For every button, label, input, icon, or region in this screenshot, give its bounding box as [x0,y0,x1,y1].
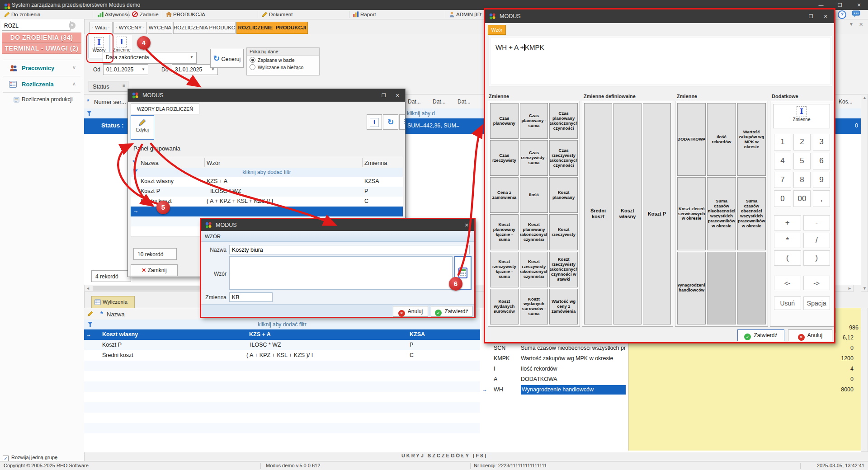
keypad-digit-button[interactable]: , [813,190,830,207]
select-mode-button[interactable]: I [367,114,382,130]
column-header-zmienna[interactable]: Zmienna [364,160,387,166]
table-row[interactable]: → Koszt własny KZS + A KZSA [84,329,480,340]
keypad-digit-button[interactable]: 4 [774,153,791,169]
zatwierdz-button[interactable]: ✓Zatwierdź [737,329,784,341]
menu-raport[interactable]: Raport [353,11,376,18]
keypad-digit-button[interactable]: 3 [813,134,830,150]
keypad-arrow-button[interactable]: -> [803,276,830,290]
vars-vertical-scrollbar[interactable] [861,308,868,452]
chat-icon[interactable] [852,10,861,18]
help-icon[interactable]: ? [838,10,846,18]
tab-wyceny[interactable]: · WYCENY · [113,22,147,34]
keypad-digit-button[interactable]: 0 [774,190,791,207]
dialog-titlebar[interactable]: MODUS ❐ ✕ [485,9,834,23]
list-button[interactable] [399,114,406,130]
generuj-button[interactable]: ↻ Generuj [210,49,244,68]
zamknij-button[interactable]: ✕ Zamknij [131,264,178,276]
refresh-button[interactable]: ↻ [383,114,398,130]
variable-button[interactable]: Koszt planowany [549,177,578,213]
scroll-up-icon[interactable]: ▲ [863,95,867,100]
column-header-wzor[interactable]: Wzór [207,160,220,166]
keypad-digit-button[interactable]: 1 [774,134,791,150]
table-row[interactable]: Średni koszt ( A + KPZ + KSL + KZS )/ I … [84,350,480,361]
dialog-tab-wzory[interactable]: WZORY DLA ROZLICZEŃ [131,103,199,114]
table-row[interactable]: Koszt P ILOSC * WZ P [84,340,480,350]
group-by-status-pill[interactable]: Status ≡ [89,81,128,92]
zmienna-input[interactable] [229,292,273,302]
variable-button[interactable]: Czas rzeczywisty - suma [520,140,548,176]
maximize-icon[interactable]: ❐ [803,9,819,23]
variable-button[interactable]: Wartość zakupów wg MPK w okresie [737,103,766,176]
variable-button[interactable]: Czas rzeczywisty zakończonych czynności [549,140,578,176]
variable-button[interactable]: Koszt planowany zakończonych czynności [520,214,548,250]
expand-group-checkbox[interactable]: ✓Rozwijaj jedną grupę [3,455,57,461]
table-row[interactable]: I Ilość rekordów 4 [480,364,861,374]
menu-aktywnosc[interactable]: Aktywność [97,11,130,18]
scroll-right-icon[interactable]: ► [848,286,852,291]
table-row-selected-new[interactable]: → [131,207,403,216]
maximize-icon[interactable]: ❐ [376,89,392,102]
close-icon[interactable]: ✕ [459,219,474,231]
sidebar-search-input[interactable] [2,21,71,31]
nazwa-input[interactable] [229,245,470,254]
close-panel-icon[interactable]: ✕ [859,22,863,28]
keypad-operator-button[interactable]: ( [774,250,801,266]
variable-button[interactable]: Koszt własny [613,103,642,324]
variable-button[interactable]: Suma czasów obecności wszystkich pracown… [737,177,766,250]
variable-button[interactable]: Koszt planowany łącznie - suma [490,214,519,250]
scroll-down-icon[interactable]: ▼ [863,286,867,291]
table-row[interactable]: Koszt P ILOSC * WZ P [131,187,403,197]
close-icon[interactable]: ✕ [818,9,833,23]
column-header-nazwa[interactable]: Nazwa [107,311,125,318]
wzor-textarea[interactable] [229,256,453,290]
tab-rozliczenie-produkcji[interactable]: ROZLICZENIE_PRODUKCJI✕ [236,22,308,34]
bottom-grid-filter-row[interactable]: kliknij aby dodać filtr [84,320,480,329]
variable-button[interactable]: Czas planowany [490,103,519,139]
keypad-digit-button[interactable]: 7 [774,172,791,188]
variable-button[interactable]: DODATKOWA [677,103,706,176]
dialog-titlebar[interactable]: MODUS ❐ ✕ [128,89,405,102]
column-header-dat3[interactable]: Dat... [458,99,471,105]
variable-button[interactable]: Czas rzeczywisty [490,140,519,176]
keypad-operator-button[interactable]: + [774,215,801,230]
date-field-select[interactable]: Data zakończenia▼ [103,52,197,64]
variable-button[interactable]: Ilość rekordów [707,103,736,176]
clear-search-icon[interactable]: ✕ [69,22,75,29]
variable-button[interactable]: Koszt rzeczywisty zakończonych czynności… [549,252,578,287]
formula-input[interactable]: WH + A +KMPK [491,38,830,84]
variable-button[interactable]: Czas planowany zakończonych czynności [549,103,578,139]
zatwierdz-button[interactable]: ✓Zatwierdź [431,306,472,317]
variable-button[interactable]: Średni koszt [584,103,612,324]
edit-pencil-icon[interactable] [87,310,94,317]
column-header-nazwa[interactable]: Nazwa [141,160,159,166]
date-from-input[interactable]: 01.01.2025▼ [103,64,148,75]
hide-details-button[interactable]: UKRYJ SZCZEGÓŁY [F8] [354,453,535,458]
radio-wyliczane[interactable]: Wyliczane na bieżąco [247,64,319,70]
variable-button[interactable]: Koszt zleceń serwisowych w okresie [677,177,706,250]
variable-button[interactable]: Wynagrodzenie handlowców [677,252,706,324]
scroll-left-icon[interactable]: ◄ [86,286,90,291]
variable-button[interactable]: Koszt rzeczywisty [549,214,578,250]
zmienne-picker-button[interactable]: IZmienne [773,104,830,128]
keypad-action-button[interactable]: Usuń [774,296,801,310]
scroll-thumb[interactable] [93,286,210,291]
keypad-operator-button[interactable]: / [803,233,830,248]
menu-admin[interactable]: ADMIN [ID: [448,11,482,18]
column-header-dat2[interactable]: Dat... [433,99,446,105]
variable-button[interactable]: Koszt wydanych surowców [490,289,519,324]
keypad-digit-button[interactable]: 8 [793,172,811,188]
menu-do-zrobienia[interactable]: Do zrobienia [4,11,41,18]
variable-button[interactable]: Koszt rzeczywisty łącznie - suma [490,252,519,287]
menu-produkcja[interactable]: PRODUKCJA [165,11,205,18]
column-header-dat1[interactable]: Dat... [408,99,421,105]
sidebar-item-do-zrobienia[interactable]: DO ZROBIENIA (34) [2,33,81,43]
menu-zadanie[interactable]: Zadanie [132,11,159,18]
keypad-operator-button[interactable]: * [774,233,801,248]
column-header-kos[interactable]: Kos... [839,99,853,105]
keypad-digit-button[interactable]: 9 [813,172,830,188]
close-icon[interactable]: ✕ [390,89,405,102]
panel-grupowania-label[interactable]: Panel grupowania [133,145,180,152]
sidebar-group-pracownicy[interactable]: Pracownicy ∨ [0,61,84,75]
collapse-panel-icon[interactable]: ▼ [849,22,854,27]
tab-wyliczenia[interactable]: Wyliczenia [91,296,135,308]
